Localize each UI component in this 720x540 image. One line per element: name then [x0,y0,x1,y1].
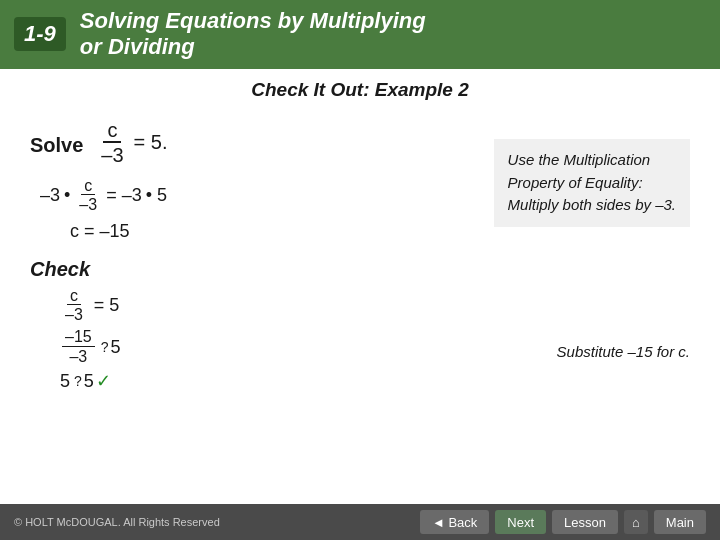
check-frac2: –15 –3 [62,328,95,366]
check-line3-eq: 5 [84,371,94,392]
main-button[interactable]: Main [654,510,706,534]
step1-bullet: • [64,185,70,206]
main-content: Check It Out: Example 2 Solve c –3 = 5. … [0,69,720,406]
home-button[interactable]: ⌂ [624,510,648,534]
step1-mid: = –3 [106,185,142,206]
back-button[interactable]: ◄ Back [420,510,489,534]
explanation-box: Use the Multiplication Property of Equal… [494,139,690,227]
bottom-nav[interactable]: ◄ Back Next Lesson ⌂ Main [420,510,706,534]
check-two-col: c –3 = 5 –15 –3 ? 5 [30,287,690,397]
solve-header-line: Solve c –3 = 5. [30,119,454,167]
check-line2: –15 –3 ? 5 [60,328,517,366]
step1-suffix: • 5 [146,185,167,206]
solve-step2: c = –15 [70,221,454,242]
check-checkmark: ✓ [96,370,111,392]
check-line1-eq: = 5 [94,295,120,316]
header: 1-9 Solving Equations by Multiplying or … [0,0,720,69]
check-frac1: c –3 [62,287,86,325]
section-title: Check It Out: Example 2 [30,79,690,101]
lesson-button[interactable]: Lesson [552,510,618,534]
solve-label: Solve [30,134,83,157]
check-line3: 5 ? 5 ✓ [60,370,517,392]
step1-prefix: –3 [40,185,60,206]
bottom-bar: © HOLT McDOUGAL. All Rights Reserved ◄ B… [0,504,720,540]
substitute-note: Substitute –15 for c. [557,343,690,360]
check-eq-block: c –3 = 5 –15 –3 ? 5 [60,287,517,393]
solve-equals: = 5. [134,131,168,154]
check-q2: ? [101,339,109,355]
solve-section: Solve c –3 = 5. –3 • c –3 = –3 • 5 [30,119,690,248]
solve-left: Solve c –3 = 5. –3 • c –3 = –3 • 5 [30,119,454,248]
next-button[interactable]: Next [495,510,546,534]
check-q3: ? [74,373,82,389]
check-label: Check [30,258,690,281]
check-equations: c –3 = 5 –15 –3 ? 5 [30,287,517,397]
solve-step1: –3 • c –3 = –3 • 5 [40,177,454,215]
header-title: Solving Equations by Multiplying or Divi… [80,8,426,61]
copyright: © HOLT McDOUGAL. All Rights Reserved [14,516,220,528]
solve-fraction: c –3 [97,119,127,167]
check-line2-eq: 5 [111,337,121,358]
step1-fraction: c –3 [76,177,100,215]
check-line3-left: 5 [60,371,70,392]
check-line1: c –3 = 5 [60,287,517,325]
check-section: Check c –3 = 5 –15 [30,258,690,397]
lesson-badge: 1-9 [14,17,66,51]
